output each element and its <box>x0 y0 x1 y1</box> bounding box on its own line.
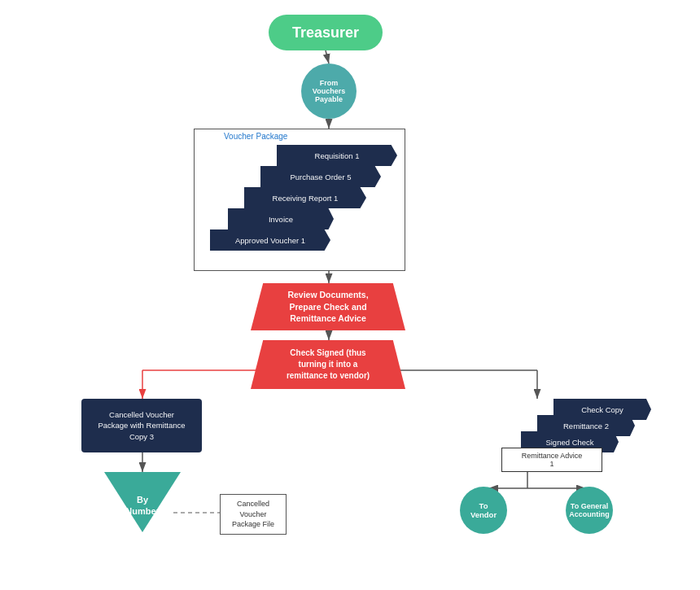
svg-text:Number: Number <box>125 506 160 516</box>
process-review-docs: Review Documents, Prepare Check and Remi… <box>251 283 405 330</box>
doc-approved-voucher: Approved Voucher 1 <box>210 229 330 251</box>
svg-text:By: By <box>137 495 149 505</box>
doc-requisition: Requisition 1 <box>277 145 397 166</box>
treasurer-label: Treasurer <box>292 24 359 42</box>
treasurer-node: Treasurer <box>269 15 383 50</box>
flowchart: Treasurer From Vouchers Payable Voucher … <box>0 0 700 590</box>
cancelled-voucher-box: Cancelled Voucher Package with Remittanc… <box>81 399 202 452</box>
svg-line-2 <box>326 50 329 63</box>
doc-invoice: Invoice <box>228 208 334 229</box>
from-vouchers-node: From Vouchers Payable <box>301 63 357 119</box>
cancelled-file-box: Cancelled Voucher Package File <box>220 494 287 535</box>
doc-receiving-report: Receiving Report 1 <box>244 187 366 208</box>
from-vouchers-label: From Vouchers Payable <box>313 79 345 103</box>
process-check-signed: Check Signed (thus turning it into a rem… <box>251 340 405 389</box>
doc-remittance-advice: Remittance Advice 1 <box>501 448 602 472</box>
to-general-accounting-circle: To General Accounting <box>566 487 613 534</box>
to-vendor-circle: To Vendor <box>460 487 507 534</box>
doc-purchase-order: Purchase Order 5 <box>260 166 381 187</box>
by-number-triangle: By Number <box>104 472 181 532</box>
voucher-package-label: Voucher Package <box>224 132 287 141</box>
